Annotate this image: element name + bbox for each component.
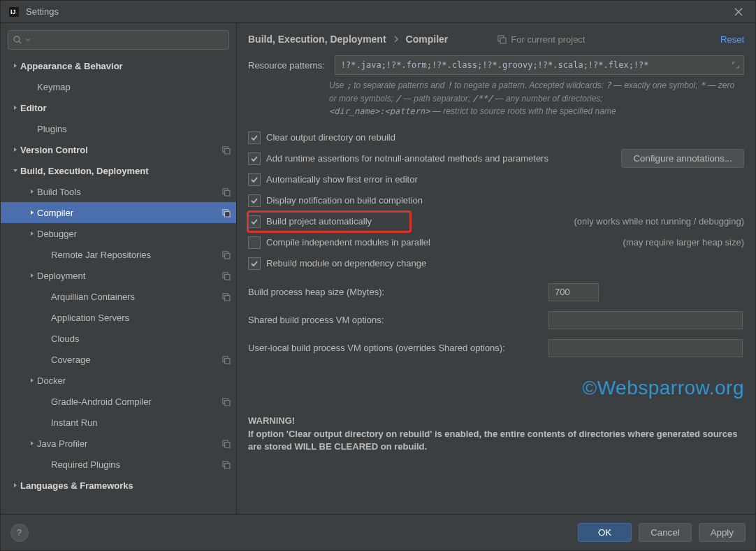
svg-line-3 — [19, 41, 21, 43]
reset-link[interactable]: Reset — [720, 34, 744, 45]
sidebar-item-compiler[interactable]: Compiler — [1, 202, 236, 223]
sidebar-item-label: Build Tools — [37, 187, 217, 197]
sidebar-item-languages-frameworks[interactable]: Languages & Frameworks — [1, 475, 236, 496]
checkbox-icon[interactable] — [248, 236, 261, 249]
sidebar-item-label: Debugger — [37, 229, 231, 239]
check-rebuild-dependency[interactable]: Rebuild module on dependency change — [248, 254, 744, 273]
breadcrumb-current: Compiler — [406, 34, 449, 45]
tree-arrow-icon — [10, 63, 20, 69]
ok-button[interactable]: OK — [578, 523, 632, 542]
sidebar-item-debugger[interactable]: Debugger — [1, 223, 236, 244]
sidebar-item-label: Version Control — [20, 145, 217, 155]
heap-size-row: Build process heap size (Mbytes): 700 — [248, 283, 744, 301]
sidebar-item-label: Remote Jar Repositories — [51, 250, 217, 260]
sidebar-item-appearance-behavior[interactable]: Appearance & Behavior — [1, 55, 236, 76]
resource-patterns-row: Resource patterns: !?*.java;!?*.form;!?*… — [248, 55, 744, 75]
project-scope-icon — [221, 460, 231, 469]
sidebar-item-clouds[interactable]: Clouds — [1, 328, 236, 349]
search-dropdown-icon[interactable] — [25, 37, 31, 43]
app-logo-icon: IJ — [8, 6, 20, 18]
svg-rect-7 — [225, 190, 230, 195]
svg-point-2 — [14, 36, 20, 42]
tree-arrow-icon — [10, 168, 20, 173]
sidebar-item-coverage[interactable]: Coverage — [1, 349, 236, 370]
svg-text:?: ? — [17, 528, 22, 538]
apply-button[interactable]: Apply — [699, 523, 746, 542]
sidebar-item-label: Languages & Frameworks — [20, 480, 231, 491]
tree-arrow-icon — [27, 189, 37, 194]
project-scope-icon — [221, 208, 231, 217]
svg-rect-17 — [225, 358, 230, 363]
svg-rect-5 — [225, 148, 230, 153]
sidebar-item-docker[interactable]: Docker — [1, 370, 236, 391]
sidebar-item-required-plugins[interactable]: Required Plugins — [1, 454, 236, 475]
sidebar-item-label: Coverage — [51, 355, 217, 365]
close-button[interactable] — [729, 2, 748, 22]
sidebar-item-label: Compiler — [37, 208, 217, 218]
check-show-first-error[interactable]: Automatically show first error in editor — [248, 170, 744, 189]
checkbox-icon[interactable] — [248, 194, 261, 207]
shared-vm-input[interactable] — [548, 311, 743, 329]
checkbox-icon[interactable] — [248, 152, 261, 165]
content: Build, Execution, Deployment Compiler Fo… — [237, 23, 755, 514]
body: Appearance & BehaviorKeymapEditorPlugins… — [1, 23, 755, 514]
check-parallel-compile[interactable]: Compile independent modules in parallel … — [248, 233, 744, 252]
svg-rect-19 — [225, 400, 230, 405]
heap-size-input[interactable]: 700 — [548, 283, 599, 301]
check-clear-output[interactable]: Clear output directory on rebuild — [248, 128, 744, 148]
svg-rect-15 — [225, 295, 230, 300]
sidebar-item-plugins[interactable]: Plugins — [1, 118, 236, 139]
sidebar-item-label: Build, Execution, Deployment — [20, 166, 231, 176]
breadcrumb: Build, Execution, Deployment Compiler Fo… — [237, 23, 755, 55]
checkbox-icon[interactable] — [248, 215, 261, 228]
sidebar-item-deployment[interactable]: Deployment — [1, 265, 236, 286]
sidebar-item-label: Application Servers — [51, 313, 231, 323]
project-scope-icon — [221, 187, 231, 196]
project-scope-icon — [221, 292, 231, 301]
tree-arrow-icon — [27, 441, 37, 446]
checkbox-icon[interactable] — [248, 257, 261, 270]
breadcrumb-parent[interactable]: Build, Execution, Deployment — [248, 34, 386, 45]
sidebar-item-label: Keymap — [37, 82, 231, 92]
resource-patterns-help: Use ; to separate patterns and ! to nega… — [329, 79, 744, 118]
cancel-button[interactable]: Cancel — [639, 523, 692, 542]
sidebar-item-build-tools[interactable]: Build Tools — [1, 181, 236, 202]
sidebar-item-remote-jar-repositories[interactable]: Remote Jar Repositories — [1, 244, 236, 265]
sidebar-item-arquillian-containers[interactable]: Arquillian Containers — [1, 286, 236, 307]
sidebar-item-editor[interactable]: Editor — [1, 97, 236, 118]
sidebar-item-application-servers[interactable]: Application Servers — [1, 307, 236, 328]
sidebar-item-java-profiler[interactable]: Java Profiler — [1, 433, 236, 454]
auto-build-note: (only works while not running / debuggin… — [562, 216, 744, 227]
expand-field-icon[interactable] — [729, 57, 742, 73]
shared-vm-label: Shared build process VM options: — [248, 315, 548, 325]
checkbox-icon[interactable] — [248, 131, 261, 144]
sidebar-item-version-control[interactable]: Version Control — [1, 139, 236, 160]
configure-annotations-button[interactable]: Configure annotations... — [621, 149, 744, 168]
sidebar-item-label: Instant Run — [51, 417, 231, 428]
check-build-notification[interactable]: Display notification on build completion — [248, 191, 744, 210]
settings-window: IJ Settings Appearance & BehaviorKeymapE… — [0, 0, 756, 551]
tree-arrow-icon — [27, 273, 37, 278]
chevron-right-icon — [393, 36, 399, 43]
check-build-automatically[interactable]: Build project automatically — [248, 212, 410, 231]
svg-rect-23 — [225, 463, 230, 468]
checkbox-icon[interactable] — [248, 173, 261, 186]
user-vm-input[interactable] — [548, 339, 743, 357]
footer: ? OK Cancel Apply — [1, 514, 755, 550]
sidebar-item-instant-run[interactable]: Instant Run — [1, 412, 236, 433]
resource-patterns-input[interactable]: !?*.java;!?*.form;!?*.class;!?*.groovy;!… — [335, 55, 744, 75]
project-scope-icon — [497, 34, 507, 44]
user-vm-label: User-local build process VM options (ove… — [248, 343, 548, 353]
sidebar-item-keymap[interactable]: Keymap — [1, 76, 236, 97]
sidebar-search[interactable] — [8, 30, 229, 50]
sidebar-item-gradle-android-compiler[interactable]: Gradle-Android Compiler — [1, 391, 236, 412]
help-button[interactable]: ? — [10, 524, 29, 542]
sidebar: Appearance & BehaviorKeymapEditorPlugins… — [1, 23, 237, 514]
project-scope-icon — [221, 397, 231, 406]
tree-arrow-icon — [10, 105, 20, 110]
project-scope-icon — [221, 250, 231, 259]
sidebar-item-build-execution-deployment[interactable]: Build, Execution, Deployment — [1, 160, 236, 181]
settings-tree: Appearance & BehaviorKeymapEditorPlugins… — [1, 54, 236, 514]
sidebar-item-label: Arquillian Containers — [51, 292, 217, 302]
check-runtime-assertions[interactable]: Add runtime assertions for notnull-annot… — [248, 149, 744, 169]
